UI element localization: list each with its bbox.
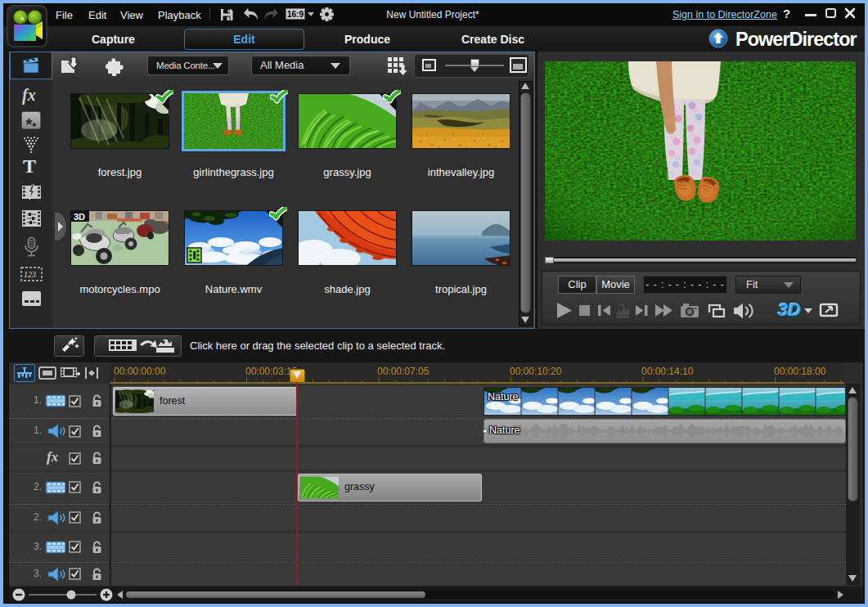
- svg-text:3D: 3D: [74, 212, 85, 222]
- svg-text:123: 123: [24, 270, 36, 279]
